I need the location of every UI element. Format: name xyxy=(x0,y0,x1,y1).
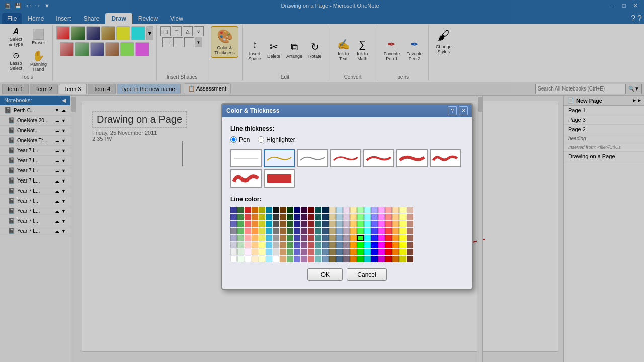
color-cell[interactable] xyxy=(399,228,406,234)
color-cell[interactable] xyxy=(392,242,399,248)
color-cell[interactable] xyxy=(315,242,321,248)
color-cell[interactable] xyxy=(399,249,406,255)
color-cell[interactable] xyxy=(357,242,364,248)
color-cell[interactable] xyxy=(252,228,258,234)
color-cell[interactable] xyxy=(308,214,314,220)
color-cell[interactable] xyxy=(371,221,378,227)
color-cell[interactable] xyxy=(399,214,406,220)
color-cell[interactable] xyxy=(322,214,329,220)
color-cell[interactable] xyxy=(364,207,371,213)
color-cell[interactable] xyxy=(378,235,385,241)
color-cell[interactable] xyxy=(245,249,251,255)
color-cell[interactable] xyxy=(266,235,272,241)
color-cell[interactable] xyxy=(308,221,314,227)
color-cell[interactable] xyxy=(294,249,300,255)
ok-btn[interactable]: OK xyxy=(307,268,343,281)
color-cell[interactable] xyxy=(322,221,329,227)
color-cell[interactable] xyxy=(280,214,286,220)
color-cell[interactable] xyxy=(343,235,350,241)
color-cell[interactable] xyxy=(392,235,399,241)
color-cell[interactable] xyxy=(399,235,406,241)
color-cell[interactable] xyxy=(252,242,258,248)
color-cell[interactable] xyxy=(350,228,357,234)
color-cell[interactable] xyxy=(287,228,293,234)
color-cell[interactable] xyxy=(294,221,300,227)
color-cell[interactable] xyxy=(266,228,272,234)
color-cell[interactable] xyxy=(371,228,378,234)
color-cell[interactable] xyxy=(245,242,251,248)
color-cell[interactable] xyxy=(392,228,399,234)
color-cell[interactable] xyxy=(336,242,343,248)
color-cell[interactable] xyxy=(336,235,343,241)
color-cell[interactable] xyxy=(343,228,350,234)
color-cell[interactable] xyxy=(308,249,314,255)
color-cell[interactable] xyxy=(357,228,364,234)
color-cell[interactable] xyxy=(322,256,329,262)
color-cell[interactable] xyxy=(336,256,343,262)
color-cell[interactable] xyxy=(329,228,336,234)
color-cell[interactable] xyxy=(371,256,378,262)
thickness-swatch-8[interactable] xyxy=(264,169,295,188)
color-cell[interactable] xyxy=(294,207,300,213)
color-cell[interactable] xyxy=(273,235,279,241)
color-cell[interactable] xyxy=(259,249,265,255)
color-cell[interactable] xyxy=(245,214,251,220)
color-cell[interactable] xyxy=(280,235,286,241)
color-cell[interactable] xyxy=(399,221,406,227)
color-cell[interactable] xyxy=(266,249,272,255)
color-cell[interactable] xyxy=(237,207,244,213)
color-cell[interactable] xyxy=(399,207,406,213)
color-cell[interactable] xyxy=(280,207,286,213)
color-cell[interactable] xyxy=(336,214,343,220)
color-cell[interactable] xyxy=(385,207,392,213)
color-cell[interactable] xyxy=(364,214,371,220)
color-cell[interactable] xyxy=(364,242,371,248)
color-cell[interactable] xyxy=(343,242,350,248)
color-cell[interactable] xyxy=(329,242,336,248)
color-cell[interactable] xyxy=(343,214,350,220)
color-cell[interactable] xyxy=(252,207,258,213)
color-cell[interactable] xyxy=(245,256,251,262)
color-cell[interactable] xyxy=(336,228,343,234)
color-cell[interactable] xyxy=(392,221,399,227)
color-cell[interactable] xyxy=(259,214,265,220)
color-cell[interactable] xyxy=(230,249,237,255)
cancel-btn[interactable]: Cancel xyxy=(347,268,386,281)
color-cell[interactable] xyxy=(280,228,286,234)
color-cell[interactable] xyxy=(280,256,286,262)
color-cell[interactable] xyxy=(308,235,314,241)
color-cell[interactable] xyxy=(329,214,336,220)
color-cell[interactable] xyxy=(371,214,378,220)
color-cell[interactable] xyxy=(371,235,378,241)
color-cell[interactable] xyxy=(364,235,371,241)
color-cell[interactable] xyxy=(357,235,364,241)
color-cell[interactable] xyxy=(343,256,350,262)
color-cell[interactable] xyxy=(287,242,293,248)
thickness-swatch-1[interactable] xyxy=(264,149,295,167)
color-cell[interactable] xyxy=(407,256,413,262)
color-cell[interactable] xyxy=(378,242,385,248)
color-cell[interactable] xyxy=(287,214,293,220)
color-cell[interactable] xyxy=(301,214,307,220)
color-cell[interactable] xyxy=(294,242,300,248)
color-cell[interactable] xyxy=(237,256,244,262)
color-cell[interactable] xyxy=(350,221,357,227)
color-cell[interactable] xyxy=(392,214,399,220)
color-cell[interactable] xyxy=(266,256,272,262)
color-cell[interactable] xyxy=(343,249,350,255)
color-cell[interactable] xyxy=(259,235,265,241)
color-cell[interactable] xyxy=(357,256,364,262)
color-cell[interactable] xyxy=(315,228,321,234)
color-cell[interactable] xyxy=(385,256,392,262)
color-cell[interactable] xyxy=(399,256,406,262)
color-cell[interactable] xyxy=(407,207,413,213)
color-cell[interactable] xyxy=(301,242,307,248)
color-cell[interactable] xyxy=(273,207,279,213)
color-cell[interactable] xyxy=(266,242,272,248)
color-cell[interactable] xyxy=(315,214,321,220)
color-cell[interactable] xyxy=(322,207,329,213)
color-cell[interactable] xyxy=(350,249,357,255)
color-cell[interactable] xyxy=(371,207,378,213)
color-cell[interactable] xyxy=(259,228,265,234)
color-cell[interactable] xyxy=(287,221,293,227)
